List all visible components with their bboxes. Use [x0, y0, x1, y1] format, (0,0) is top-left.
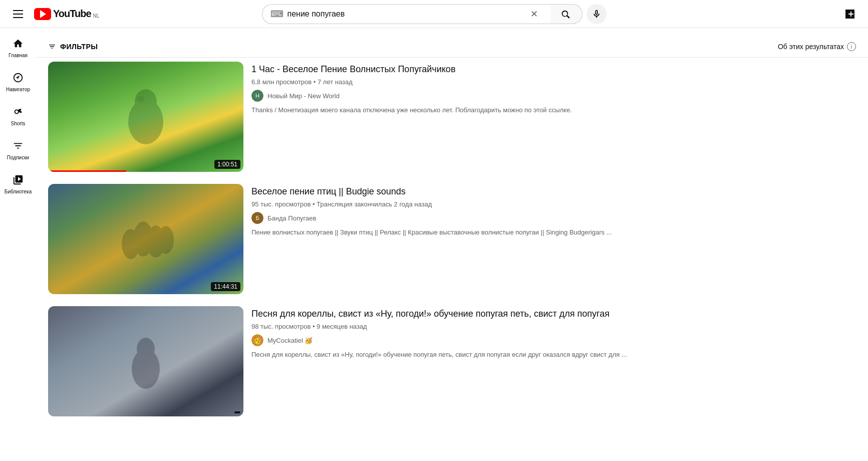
sidebar: Главная Навигатор Shorts Подписки Библио…	[0, 28, 36, 436]
library-icon	[13, 174, 24, 187]
search-button[interactable]	[550, 4, 583, 24]
keyboard-icon[interactable]: ⌨	[270, 9, 283, 20]
thumbnail-image-1	[48, 62, 243, 172]
youtube-logo-icon	[34, 8, 51, 20]
thumbnail-1[interactable]: 1:00:51	[48, 62, 243, 172]
result-desc-3: Песня для кореллы, свист из «Ну, погоди!…	[251, 350, 856, 359]
channel-avatar-img-3: 🥳	[251, 334, 263, 346]
subscriptions-icon	[13, 140, 24, 153]
youtube-logo[interactable]: YouTube NL	[34, 8, 99, 20]
result-meta-2: 95 тыс. просмотров • Трансляция закончил…	[251, 200, 856, 208]
results-list: 1:00:51 1 Час - Веселое Пение Волнистых …	[36, 62, 868, 416]
search-icon	[561, 9, 571, 19]
channel-name-1[interactable]: Новый Мир - New World	[267, 92, 340, 100]
thumbnail-image-3	[48, 306, 243, 416]
sidebar-item-home[interactable]: Главная	[2, 32, 34, 64]
progress-bar-1	[48, 170, 126, 172]
thumbnail-image-2	[48, 184, 243, 294]
hamburger-icon	[13, 10, 23, 18]
info-icon: i	[847, 42, 856, 51]
thumbnail-2[interactable]: 11:44:31	[48, 184, 243, 294]
cockatiel-silhouette	[121, 329, 171, 394]
sidebar-item-shorts[interactable]: Shorts	[2, 100, 34, 132]
result-title-2[interactable]: Веселое пение птиц || Budgie sounds	[251, 186, 856, 197]
menu-button[interactable]	[8, 4, 28, 24]
header: YouTube NL ⌨ ✕	[0, 0, 868, 28]
channel-avatar-1: Н	[251, 90, 263, 102]
svg-point-2	[137, 96, 145, 102]
header-left: YouTube NL	[8, 4, 108, 24]
filters-button[interactable]: ФИЛЬТРЫ	[60, 43, 98, 51]
channel-name-3[interactable]: MyCockatiel 🥳	[267, 337, 313, 344]
logo-text: YouTube	[53, 8, 91, 20]
channel-name-2[interactable]: Банда Попугаев	[267, 214, 316, 222]
duration-badge-1: 1:00:51	[214, 160, 240, 169]
search-input-wrap: ⌨ ✕	[262, 4, 550, 24]
main-content: ФИЛЬТРЫ Об этих результатах i 1:00:51	[36, 28, 868, 436]
search-input[interactable]	[287, 10, 526, 19]
about-results-text: Об этих результатах	[778, 43, 844, 51]
sidebar-label-subscriptions: Подписки	[7, 155, 29, 161]
shorts-icon	[13, 106, 24, 119]
result-info-1: 1 Час - Веселое Пение Волнистых Попугайч…	[251, 62, 856, 172]
about-results[interactable]: Об этих результатах i	[778, 42, 856, 51]
svg-point-1	[135, 89, 157, 114]
sidebar-item-subscriptions[interactable]: Подписки	[2, 134, 34, 166]
channel-row-1: Н Новый Мир - New World	[251, 90, 856, 102]
sidebar-label-shorts: Shorts	[11, 121, 26, 127]
sidebar-label-library: Библиотека	[5, 189, 32, 195]
explore-icon	[13, 72, 24, 85]
result-item: 11:44:31 Веселое пение птиц || Budgie so…	[48, 184, 856, 294]
duration-badge-3	[234, 411, 240, 413]
mic-icon	[592, 9, 602, 19]
filter-icon	[48, 43, 56, 51]
header-right	[760, 4, 860, 24]
header-center: ⌨ ✕	[116, 4, 752, 24]
duration-badge-2: 11:44:31	[211, 282, 240, 291]
home-icon	[13, 38, 24, 51]
result-item: Песня для кореллы, свист из «Ну, погоди!…	[48, 306, 856, 416]
result-item: 1:00:51 1 Час - Веселое Пение Волнистых …	[48, 62, 856, 172]
sidebar-item-explore[interactable]: Навигатор	[2, 66, 34, 98]
channel-avatar-2: Б	[251, 212, 263, 224]
budgie-silhouette	[116, 82, 176, 152]
sidebar-item-library[interactable]: Библиотека	[2, 168, 34, 200]
filters-bar: ФИЛЬТРЫ Об этих результатах i	[36, 36, 868, 58]
result-desc-2: Пение волнистых попугаев || Звуки птиц |…	[251, 228, 856, 237]
search-form: ⌨ ✕	[262, 4, 583, 24]
logo-country: NL	[93, 13, 100, 19]
result-info-3: Песня для кореллы, свист из «Ну, погоди!…	[251, 306, 856, 416]
channel-row-2: Б Банда Попугаев	[251, 212, 856, 224]
result-desc-1: Thanks / Монетизация моего канала отключ…	[251, 106, 856, 115]
result-title-1[interactable]: 1 Час - Веселое Пение Волнистых Попугайч…	[251, 64, 856, 75]
sidebar-label-explore: Навигатор	[6, 87, 30, 93]
channel-avatar-img-1: Н	[251, 90, 263, 102]
channel-row-3: 🥳 MyCockatiel 🥳	[251, 334, 856, 346]
parrots-silhouette	[116, 204, 176, 274]
sidebar-label-home: Главная	[9, 53, 28, 59]
result-meta-1: 6,8 млн просмотров • 7 лет назад	[251, 78, 856, 86]
channel-avatar-img-2: Б	[251, 212, 263, 224]
create-icon	[844, 8, 856, 20]
svg-point-6	[158, 226, 174, 254]
thumbnail-3[interactable]	[48, 306, 243, 416]
result-info-2: Веселое пение птиц || Budgie sounds 95 т…	[251, 184, 856, 294]
result-title-3[interactable]: Песня для кореллы, свист из «Ну, погоди!…	[251, 308, 856, 320]
mic-button[interactable]	[587, 4, 607, 24]
result-meta-3: 98 тыс. просмотров • 9 месяцев назад	[251, 323, 856, 330]
channel-avatar-3: 🥳	[251, 334, 263, 346]
youtube-play-icon	[40, 10, 46, 18]
clear-button[interactable]: ✕	[526, 6, 542, 22]
filters-left: ФИЛЬТРЫ	[48, 43, 98, 51]
create-button[interactable]	[840, 4, 860, 24]
